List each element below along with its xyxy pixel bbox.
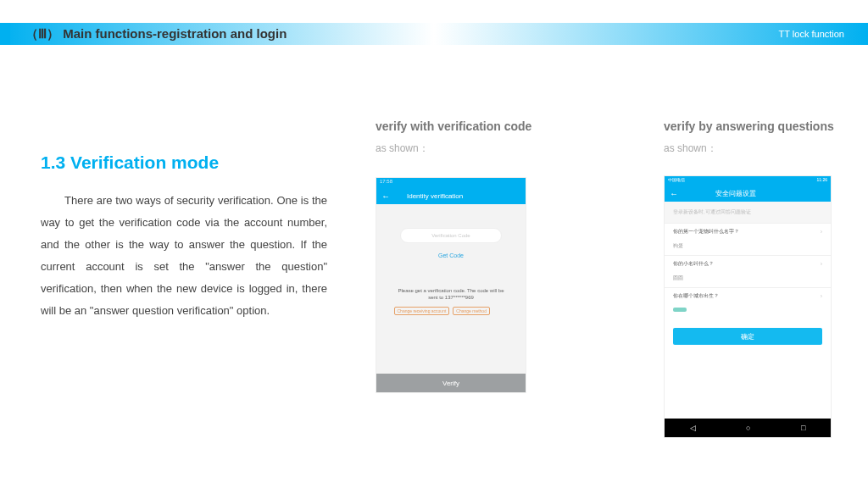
get-code-link[interactable]: Get Code (376, 252, 526, 258)
status-bar: 17:58 (376, 178, 526, 187)
question-row-3[interactable]: 你在哪个城市出生？› (665, 287, 831, 304)
question-row-2[interactable]: 你的小名叫什么？› (665, 255, 831, 272)
col1-sub: as shown： (376, 141, 429, 156)
question-text: 你的小名叫什么？ (673, 260, 714, 268)
answer-row-2: 圆圆 (665, 272, 831, 287)
verification-code-input[interactable]: Verification Code (400, 228, 502, 243)
col2-sub: as shown： (664, 141, 717, 156)
header-title: 安全问题设置 (715, 189, 756, 198)
slide-title-bar: （Ⅲ） Main functions-registration and logi… (0, 23, 868, 45)
app-header: ← 安全问题设置 (665, 185, 831, 202)
back-arrow-icon[interactable]: ← (381, 191, 390, 201)
question-row-1[interactable]: 你的第一个宠物叫什么名字？› (665, 223, 831, 240)
status-carrier: 中国电信 (668, 177, 685, 184)
section-heading: 1.3 Verification mode (41, 152, 219, 173)
question-text: 你的第一个宠物叫什么名字？ (673, 228, 739, 236)
chevron-right-icon: › (821, 261, 822, 267)
confirm-button[interactable]: 确定 (673, 328, 822, 345)
nav-back-icon[interactable]: ◁ (690, 424, 696, 432)
nav-recent-icon[interactable]: □ (801, 424, 805, 432)
section-body: There are two ways of security verificat… (41, 190, 327, 322)
slide-right-label: TT lock function (779, 29, 844, 39)
header-title: Identity verification (407, 192, 463, 200)
question-text: 你在哪个城市出生？ (673, 292, 719, 300)
accent-tab (0, 23, 10, 45)
slide-title: （Ⅲ） Main functions-registration and logi… (25, 26, 287, 42)
change-method-chip[interactable]: Change method (453, 307, 490, 315)
answer-placeholder-bar (673, 308, 687, 312)
col1-heading: verify with verification code (376, 119, 531, 133)
helper-note: 登录新设备时,可通过回答问题验证 (665, 202, 831, 223)
col2-heading: verify by answering questions (664, 119, 834, 133)
section-body-text: There are two ways of security verificat… (41, 194, 327, 317)
chevron-right-icon: › (821, 293, 822, 299)
status-bar: 中国电信 11:26 (665, 176, 831, 185)
screenshot-verify-code: 17:58 ← Identity verification Verificati… (376, 177, 526, 393)
status-time: 11:26 (816, 177, 827, 184)
verify-button[interactable]: Verify (376, 374, 526, 392)
info-message: Please get a verification code. The code… (394, 287, 509, 302)
app-header: ← Identity verification (376, 187, 526, 204)
chevron-right-icon: › (821, 229, 822, 235)
screenshot-security-questions: 中国电信 11:26 ← 安全问题设置 登录新设备时,可通过回答问题验证 你的第… (664, 175, 832, 438)
android-nav-bar: ◁ ○ □ (665, 419, 831, 437)
status-time: 17:58 (380, 179, 392, 184)
answer-row-1: 狗蛋 (665, 240, 831, 255)
back-arrow-icon[interactable]: ← (670, 189, 678, 198)
change-account-chip[interactable]: Change receiving account (394, 307, 450, 315)
nav-home-icon[interactable]: ○ (746, 424, 750, 432)
option-chips: Change receiving account Change method (394, 307, 509, 315)
